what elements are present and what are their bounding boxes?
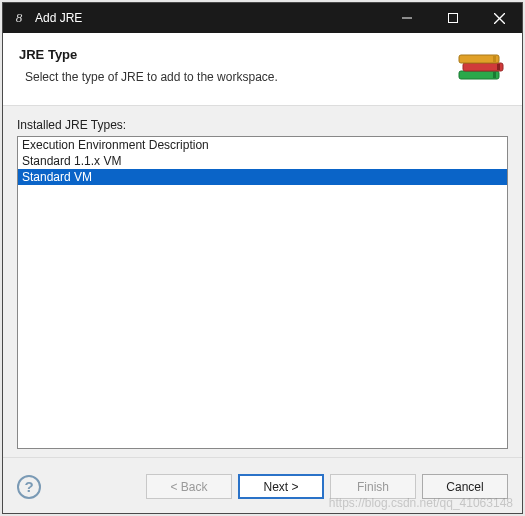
list-item[interactable]: Standard 1.1.x VM	[18, 153, 507, 169]
app-icon: 8	[11, 10, 27, 26]
cancel-button[interactable]: Cancel	[422, 474, 508, 499]
svg-rect-9	[493, 72, 496, 78]
header-text: JRE Type Select the type of JRE to add t…	[19, 47, 452, 84]
minimize-button[interactable]	[384, 3, 430, 33]
list-label: Installed JRE Types:	[17, 118, 508, 132]
help-icon: ?	[24, 478, 33, 495]
finish-button[interactable]: Finish	[330, 474, 416, 499]
jre-types-listbox[interactable]: Execution Environment Description Standa…	[17, 136, 508, 449]
button-bar: ? < Back Next > Finish Cancel	[3, 457, 522, 513]
titlebar[interactable]: 8 Add JRE	[3, 3, 522, 33]
svg-rect-1	[449, 14, 458, 23]
list-item[interactable]: Execution Environment Description	[18, 137, 507, 153]
back-button[interactable]: < Back	[146, 474, 232, 499]
help-button[interactable]: ?	[17, 475, 41, 499]
window-controls	[384, 3, 522, 33]
page-title: JRE Type	[19, 47, 452, 62]
list-item[interactable]: Standard VM	[18, 169, 507, 185]
books-icon	[452, 47, 508, 91]
dialog-window: 8 Add JRE JRE Type Select the type of JR…	[2, 2, 523, 514]
window-title: Add JRE	[35, 11, 384, 25]
content-area: Installed JRE Types: Execution Environme…	[3, 106, 522, 457]
svg-rect-7	[493, 56, 496, 62]
page-subtitle: Select the type of JRE to add to the wor…	[25, 70, 452, 84]
maximize-button[interactable]	[430, 3, 476, 33]
svg-rect-8	[497, 64, 500, 70]
wizard-header: JRE Type Select the type of JRE to add t…	[3, 33, 522, 106]
next-button[interactable]: Next >	[238, 474, 324, 499]
close-button[interactable]	[476, 3, 522, 33]
